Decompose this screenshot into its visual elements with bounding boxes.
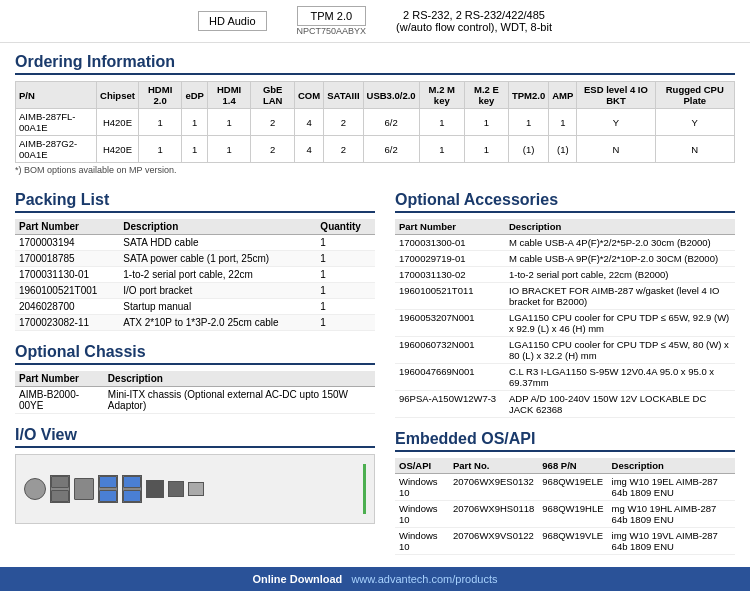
ordering-cell: (1) [508, 136, 548, 163]
os-row: Windows 1020706WX9ES0132968QW19ELEimg W1… [395, 474, 735, 501]
rs232-badge: 2 RS-232, 2 RS-232/422/485 (w/auto flow … [396, 9, 552, 33]
accessories-cell: C.L R3 I-LGA1150 S-95W 12V0.4A 95.0 x 95… [505, 364, 735, 391]
packing-cell: SATA HDD cable [119, 235, 316, 251]
col-desc: Description [104, 371, 375, 387]
chassis-header: Part Number Description [15, 371, 375, 387]
packing-cell: SATA power cable (1 port, 25cm) [119, 251, 316, 267]
os-cell: mg W10 19HL AIMB-287 64b 1809 ENU [608, 501, 735, 528]
packing-cell: 1700018785 [15, 251, 119, 267]
accessories-row: 96PSA-A150W12W7-3ADP A/D 100-240V 150W 1… [395, 391, 735, 418]
download-label: Online Download [252, 573, 342, 585]
chassis-cell: AIMB-B2000-00YE [15, 387, 104, 414]
optional-chassis-table: Part Number Description AIMB-B2000-00YEM… [15, 371, 375, 414]
io-usb-blue3 [123, 476, 141, 488]
io-usb-group2 [98, 475, 118, 503]
packing-list-title: Packing List [15, 191, 375, 213]
accessories-row: 1960060732N001LGA1150 CPU cooler for CPU… [395, 337, 735, 364]
os-cell: 968QW19VLE [538, 528, 607, 555]
io-usb1 [51, 476, 69, 488]
accessories-cell: M cable USB-A 4P(F)*2/2*5P-2.0 30cm (B20… [505, 235, 735, 251]
ordering-cell: 1 [508, 109, 548, 136]
packing-cell: 1 [316, 235, 375, 251]
ordering-header-row: P/N Chipset HDMI 2.0 eDP HDMI 1.4 GbE LA… [16, 82, 735, 109]
io-view-section: I/O View [15, 426, 375, 524]
packing-row: 1700018785SATA power cable (1 port, 25cm… [15, 251, 375, 267]
packing-cell: Startup manual [119, 299, 316, 315]
embedded-os-title: Embedded OS/API [395, 430, 735, 452]
os-cell: Windows 10 [395, 474, 449, 501]
accessories-cell: 96PSA-A150W12W7-3 [395, 391, 505, 418]
optional-accessories-table: Part Number Description 1700031300-01M c… [395, 219, 735, 418]
packing-cell: 1700031130-01 [15, 267, 119, 283]
ordering-cell: 1 [182, 109, 207, 136]
accessories-cell: LGA1150 CPU cooler for CPU TDP ≤ 65W, 92… [505, 310, 735, 337]
io-diagram [15, 454, 375, 524]
io-usb-blue4 [123, 490, 141, 502]
left-column: Packing List Part Number Description Qua… [15, 191, 375, 567]
packing-cell: 1700023082-11 [15, 315, 119, 331]
col-sata: SATAIII [324, 82, 363, 109]
ordering-title: Ordering Information [15, 53, 735, 75]
packing-cell: 1960100521T001 [15, 283, 119, 299]
optional-chassis-title: Optional Chassis [15, 343, 375, 365]
col-desc: Description [505, 219, 735, 235]
packing-row: 2046028700Startup manual1 [15, 299, 375, 315]
packing-row: 1700031130-011-to-2 serial port cable, 2… [15, 267, 375, 283]
io-lan-port [74, 478, 94, 500]
ordering-cell: 6/2 [363, 109, 419, 136]
accessories-cell: LGA1150 CPU cooler for CPU TDP ≤ 45W, 80… [505, 337, 735, 364]
ordering-cell: 2 [251, 109, 295, 136]
accessories-cell: 1700031130-02 [395, 267, 505, 283]
io-usb2 [51, 490, 69, 502]
optional-accessories-section: Optional Accessories Part Number Descrip… [395, 191, 735, 418]
packing-cell: ATX 2*10P to 1*3P-2.0 25cm cable [119, 315, 316, 331]
accessories-cell: 1-to-2 serial port cable, 22cm (B2000) [505, 267, 735, 283]
col-part-num: Part Number [15, 219, 119, 235]
packing-cell: 1 [316, 251, 375, 267]
os-cell: 968QW19HLE [538, 501, 607, 528]
os-cell: 20706WX9VS0122 [449, 528, 538, 555]
ordering-cell: 2 [251, 136, 295, 163]
ordering-cell: Y [577, 109, 655, 136]
accessories-cell: 1960100521T011 [395, 283, 505, 310]
ordering-cell: H420E [97, 136, 139, 163]
io-green-indicator [363, 464, 366, 514]
col-amp: AMP [549, 82, 577, 109]
accessories-row: 1700031300-01M cable USB-A 4P(F)*2/2*5P-… [395, 235, 735, 251]
col-qty: Quantity [316, 219, 375, 235]
accessories-row: 1960047669N001C.L R3 I-LGA1150 S-95W 12V… [395, 364, 735, 391]
col-hdmi14: HDMI 1.4 [207, 82, 251, 109]
accessories-cell: 1960060732N001 [395, 337, 505, 364]
ordering-cell: 1 [464, 109, 508, 136]
packing-header: Part Number Description Quantity [15, 219, 375, 235]
io-ps2-port [24, 478, 46, 500]
col-desc: Description [119, 219, 316, 235]
col-rugged: Rugged CPU Plate [655, 82, 734, 109]
optional-accessories-title: Optional Accessories [395, 191, 735, 213]
optional-chassis-section: Optional Chassis Part Number Description… [15, 343, 375, 414]
col-chipset: Chipset [97, 82, 139, 109]
col-pn: P/N [16, 82, 97, 109]
io-dp-port [168, 481, 184, 497]
io-view-title: I/O View [15, 426, 375, 448]
accessories-cell: 1700029719-01 [395, 251, 505, 267]
col-esd: ESD level 4 IO BKT [577, 82, 655, 109]
hd-audio-badge: HD Audio [198, 11, 266, 31]
col-os: OS/API [395, 458, 449, 474]
col-gbelan: GbE LAN [251, 82, 295, 109]
tpm-badge: TPM 2.0 NPCT750AABYX [297, 6, 367, 36]
ordering-cell: AIMB-287G2-00A1E [16, 136, 97, 163]
chassis-row: AIMB-B2000-00YEMini-ITX chassis (Optiona… [15, 387, 375, 414]
packing-cell: 1700003194 [15, 235, 119, 251]
packing-cell: 1 [316, 283, 375, 299]
io-usb-blue1 [99, 476, 117, 488]
bom-note: *) BOM options available on MP version. [15, 165, 735, 175]
os-cell: 968QW19ELE [538, 474, 607, 501]
os-cell: Windows 10 [395, 528, 449, 555]
ordering-cell: 1 [138, 109, 182, 136]
ordering-cell: 6/2 [363, 136, 419, 163]
ordering-cell: Y [655, 109, 734, 136]
col-m2e: M.2 E key [464, 82, 508, 109]
accessories-cell: 1960047669N001 [395, 364, 505, 391]
ordering-cell: AIMB-287FL-00A1E [16, 109, 97, 136]
